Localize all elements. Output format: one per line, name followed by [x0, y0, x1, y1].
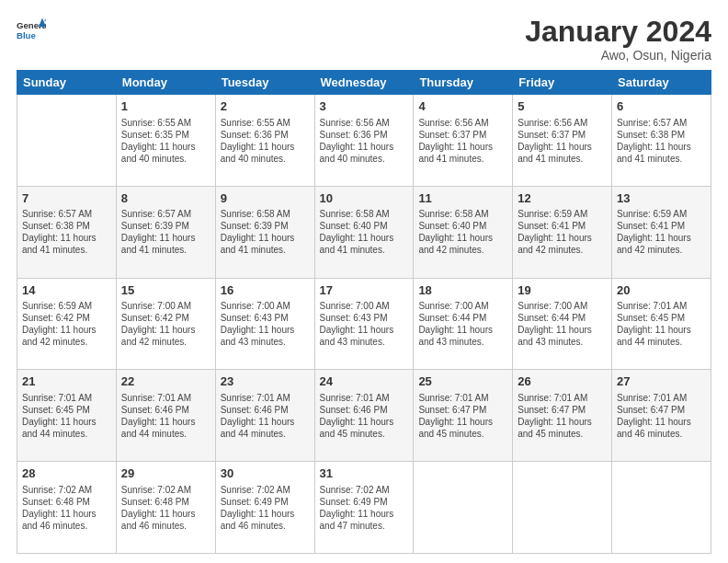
day-info: Sunrise: 6:56 AM Sunset: 6:37 PM Dayligh…	[418, 117, 507, 165]
day-info: Sunrise: 7:01 AM Sunset: 6:46 PM Dayligh…	[320, 392, 409, 440]
day-info: Sunrise: 7:01 AM Sunset: 6:47 PM Dayligh…	[518, 392, 607, 440]
col-tuesday: Tuesday	[215, 71, 314, 95]
day-info: Sunrise: 6:59 AM Sunset: 6:42 PM Dayligh…	[22, 300, 111, 348]
day-number: 26	[518, 373, 607, 390]
table-row: 6Sunrise: 6:57 AM Sunset: 6:38 PM Daylig…	[612, 95, 711, 187]
day-info: Sunrise: 7:02 AM Sunset: 6:49 PM Dayligh…	[320, 484, 409, 532]
table-row: 18Sunrise: 7:00 AM Sunset: 6:44 PM Dayli…	[414, 278, 513, 370]
day-info: Sunrise: 6:55 AM Sunset: 6:36 PM Dayligh…	[221, 117, 310, 165]
day-number: 29	[121, 465, 210, 482]
table-row: 19Sunrise: 7:00 AM Sunset: 6:44 PM Dayli…	[513, 278, 612, 370]
day-info: Sunrise: 6:58 AM Sunset: 6:40 PM Dayligh…	[320, 208, 409, 256]
day-info: Sunrise: 7:00 AM Sunset: 6:44 PM Dayligh…	[418, 300, 507, 348]
day-number: 13	[617, 190, 706, 207]
day-number: 21	[22, 373, 111, 390]
table-row: 5Sunrise: 6:56 AM Sunset: 6:37 PM Daylig…	[513, 95, 612, 187]
table-row: 21Sunrise: 7:01 AM Sunset: 6:45 PM Dayli…	[17, 370, 117, 462]
table-row: 23Sunrise: 7:01 AM Sunset: 6:46 PM Dayli…	[215, 370, 314, 462]
table-row: 2Sunrise: 6:55 AM Sunset: 6:36 PM Daylig…	[215, 95, 314, 187]
table-row	[612, 462, 711, 554]
table-row: 27Sunrise: 7:01 AM Sunset: 6:47 PM Dayli…	[612, 370, 711, 462]
calendar-week-row: 28Sunrise: 7:02 AM Sunset: 6:48 PM Dayli…	[17, 462, 711, 554]
day-number: 16	[221, 282, 310, 299]
day-info: Sunrise: 6:58 AM Sunset: 6:39 PM Dayligh…	[221, 208, 310, 256]
table-row: 16Sunrise: 7:00 AM Sunset: 6:43 PM Dayli…	[215, 278, 314, 370]
col-sunday: Sunday	[17, 71, 117, 95]
col-wednesday: Wednesday	[314, 71, 414, 95]
day-info: Sunrise: 7:00 AM Sunset: 6:42 PM Dayligh…	[121, 300, 210, 348]
table-row: 8Sunrise: 6:57 AM Sunset: 6:39 PM Daylig…	[116, 186, 215, 278]
logo-icon: General Blue	[17, 17, 46, 46]
table-row	[17, 95, 117, 187]
day-number: 15	[121, 282, 210, 299]
day-number: 22	[121, 373, 210, 390]
day-info: Sunrise: 7:01 AM Sunset: 6:46 PM Dayligh…	[221, 392, 310, 440]
table-row	[414, 462, 513, 554]
day-info: Sunrise: 6:59 AM Sunset: 6:41 PM Dayligh…	[617, 208, 706, 256]
day-info: Sunrise: 7:00 AM Sunset: 6:43 PM Dayligh…	[320, 300, 409, 348]
day-number: 2	[221, 98, 310, 115]
day-info: Sunrise: 6:57 AM Sunset: 6:38 PM Dayligh…	[617, 117, 706, 165]
day-number: 3	[320, 98, 409, 115]
day-number: 8	[121, 190, 210, 207]
day-info: Sunrise: 6:57 AM Sunset: 6:38 PM Dayligh…	[22, 208, 111, 256]
table-row: 1Sunrise: 6:55 AM Sunset: 6:35 PM Daylig…	[116, 95, 215, 187]
day-number: 12	[518, 190, 607, 207]
day-number: 25	[418, 373, 507, 390]
table-row: 7Sunrise: 6:57 AM Sunset: 6:38 PM Daylig…	[17, 186, 117, 278]
day-number: 6	[617, 98, 706, 115]
day-info: Sunrise: 6:55 AM Sunset: 6:35 PM Dayligh…	[121, 117, 210, 165]
table-row: 14Sunrise: 6:59 AM Sunset: 6:42 PM Dayli…	[17, 278, 117, 370]
day-info: Sunrise: 7:00 AM Sunset: 6:43 PM Dayligh…	[221, 300, 310, 348]
table-row: 10Sunrise: 6:58 AM Sunset: 6:40 PM Dayli…	[314, 186, 414, 278]
location: Awo, Osun, Nigeria	[525, 48, 711, 63]
day-number: 18	[418, 282, 507, 299]
day-number: 23	[221, 373, 310, 390]
calendar-week-row: 21Sunrise: 7:01 AM Sunset: 6:45 PM Dayli…	[17, 370, 711, 462]
day-number: 19	[518, 282, 607, 299]
col-thursday: Thursday	[414, 71, 513, 95]
day-number: 10	[320, 190, 409, 207]
day-info: Sunrise: 7:01 AM Sunset: 6:46 PM Dayligh…	[121, 392, 210, 440]
day-info: Sunrise: 7:02 AM Sunset: 6:48 PM Dayligh…	[121, 484, 210, 532]
day-number: 30	[221, 465, 310, 482]
day-number: 5	[518, 98, 607, 115]
table-row: 24Sunrise: 7:01 AM Sunset: 6:46 PM Dayli…	[314, 370, 414, 462]
title-block: January 2024 Awo, Osun, Nigeria	[525, 17, 711, 63]
table-row: 22Sunrise: 7:01 AM Sunset: 6:46 PM Dayli…	[116, 370, 215, 462]
logo: General Blue	[17, 17, 46, 46]
table-row: 3Sunrise: 6:56 AM Sunset: 6:36 PM Daylig…	[314, 95, 414, 187]
calendar-week-row: 14Sunrise: 6:59 AM Sunset: 6:42 PM Dayli…	[17, 278, 711, 370]
table-row: 4Sunrise: 6:56 AM Sunset: 6:37 PM Daylig…	[414, 95, 513, 187]
calendar-week-row: 7Sunrise: 6:57 AM Sunset: 6:38 PM Daylig…	[17, 186, 711, 278]
day-info: Sunrise: 7:00 AM Sunset: 6:44 PM Dayligh…	[518, 300, 607, 348]
svg-text:Blue: Blue	[17, 30, 36, 40]
table-row: 9Sunrise: 6:58 AM Sunset: 6:39 PM Daylig…	[215, 186, 314, 278]
day-info: Sunrise: 7:01 AM Sunset: 6:47 PM Dayligh…	[418, 392, 507, 440]
table-row: 25Sunrise: 7:01 AM Sunset: 6:47 PM Dayli…	[414, 370, 513, 462]
table-row: 12Sunrise: 6:59 AM Sunset: 6:41 PM Dayli…	[513, 186, 612, 278]
day-info: Sunrise: 7:01 AM Sunset: 6:45 PM Dayligh…	[22, 392, 111, 440]
day-number: 31	[320, 465, 409, 482]
day-number: 27	[617, 373, 706, 390]
table-row: 28Sunrise: 7:02 AM Sunset: 6:48 PM Dayli…	[17, 462, 117, 554]
day-number: 11	[418, 190, 507, 207]
col-friday: Friday	[513, 71, 612, 95]
day-number: 24	[320, 373, 409, 390]
table-row: 11Sunrise: 6:58 AM Sunset: 6:40 PM Dayli…	[414, 186, 513, 278]
day-number: 9	[221, 190, 310, 207]
calendar-week-row: 1Sunrise: 6:55 AM Sunset: 6:35 PM Daylig…	[17, 95, 711, 187]
table-row: 20Sunrise: 7:01 AM Sunset: 6:45 PM Dayli…	[612, 278, 711, 370]
day-info: Sunrise: 7:01 AM Sunset: 6:47 PM Dayligh…	[617, 392, 706, 440]
table-row: 30Sunrise: 7:02 AM Sunset: 6:49 PM Dayli…	[215, 462, 314, 554]
table-row: 26Sunrise: 7:01 AM Sunset: 6:47 PM Dayli…	[513, 370, 612, 462]
col-monday: Monday	[116, 71, 215, 95]
day-info: Sunrise: 6:57 AM Sunset: 6:39 PM Dayligh…	[121, 208, 210, 256]
day-info: Sunrise: 7:02 AM Sunset: 6:48 PM Dayligh…	[22, 484, 111, 532]
table-row: 17Sunrise: 7:00 AM Sunset: 6:43 PM Dayli…	[314, 278, 414, 370]
header: General Blue January 2024 Awo, Osun, Nig…	[17, 17, 711, 63]
calendar-table: Sunday Monday Tuesday Wednesday Thursday…	[17, 70, 711, 554]
day-number: 14	[22, 282, 111, 299]
table-row: 31Sunrise: 7:02 AM Sunset: 6:49 PM Dayli…	[314, 462, 414, 554]
day-info: Sunrise: 6:58 AM Sunset: 6:40 PM Dayligh…	[418, 208, 507, 256]
